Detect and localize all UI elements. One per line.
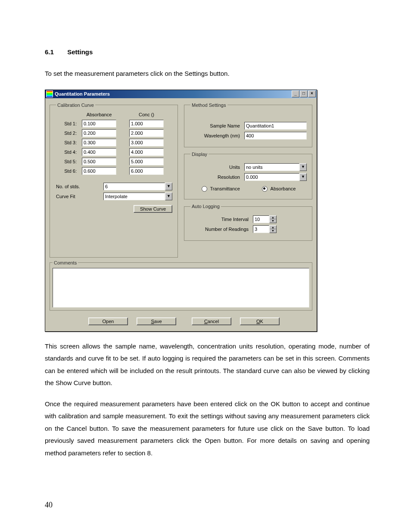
std-row-2: Std 2: 0.200 2.000 — [56, 129, 172, 137]
close-button[interactable]: × — [308, 90, 316, 97]
num-readings-label: Number of Readings — [190, 227, 253, 232]
system-menu-icon[interactable] — [46, 90, 53, 97]
std-row-1: Std 1: 0.100 1.000 — [56, 120, 172, 128]
resolution-label: Resolution — [190, 174, 244, 180]
std3-abs-input[interactable]: 0.300 — [82, 139, 116, 146]
display-group: Display Units no units ▼ Resolution 0.00… — [184, 152, 312, 200]
std3-conc-input[interactable]: 3.000 — [129, 139, 164, 146]
ok-button[interactable]: OK — [240, 317, 280, 325]
sample-name-label: Sample Name — [190, 123, 244, 128]
wavelength-label: Wavelength (nm) — [190, 133, 244, 138]
comments-legend: Comments — [53, 260, 78, 265]
page-number: 40 — [45, 501, 53, 510]
col-conc: Conc () — [129, 112, 164, 117]
curve-fit-label: Curve Fit — [56, 194, 103, 199]
std6-abs-input[interactable]: 0.600 — [82, 167, 116, 175]
std-row-5: Std 5: 0.500 5.000 — [56, 158, 172, 165]
std4-abs-input[interactable]: 0.400 — [82, 148, 116, 156]
save-button[interactable]: Save — [137, 317, 176, 325]
titlebar[interactable]: Quantitation Parameters _ □ × — [45, 90, 317, 98]
std2-label: Std 2: — [56, 131, 82, 136]
minimize-button[interactable]: _ — [292, 90, 299, 97]
std1-label: Std 1: — [56, 121, 82, 126]
units-combo[interactable]: no units — [244, 163, 299, 171]
method-legend: Method Settings — [190, 103, 227, 108]
chevron-up-icon[interactable]: ▲ — [270, 216, 276, 219]
std1-abs-input[interactable]: 0.100 — [82, 120, 116, 128]
sample-name-input[interactable]: Quantitation1 — [244, 122, 307, 130]
calibration-legend: Calibration Curve — [56, 103, 95, 108]
std5-conc-input[interactable]: 5.000 — [129, 158, 164, 165]
no-of-stds-label: No. of stds. — [56, 184, 103, 189]
quantitation-parameters-window: Quantitation Parameters _ □ × Calibratio… — [45, 90, 317, 332]
spinner-buttons[interactable]: ▲▼ — [269, 215, 277, 223]
cancel-button[interactable]: Cancel — [192, 317, 231, 325]
auto-logging-group: Auto Logging Time Interval 10 ▲▼ Number … — [184, 204, 312, 241]
chevron-down-icon[interactable]: ▼ — [270, 219, 276, 222]
display-legend: Display — [190, 152, 209, 157]
time-interval-label: Time Interval — [190, 217, 253, 222]
no-of-stds-combo[interactable]: 6 — [103, 183, 165, 190]
chevron-down-icon[interactable]: ▼ — [270, 229, 276, 232]
transmittance-radio[interactable]: Transmittance — [202, 186, 240, 192]
method-settings-group: Method Settings Sample Name Quantitation… — [184, 103, 312, 147]
calibration-curve-group: Calibration Curve Absorbance Conc () Std… — [50, 103, 178, 258]
std-row-6: Std 6: 0.600 6.000 — [56, 167, 172, 175]
num-readings-spinner[interactable]: 3 — [253, 225, 269, 233]
std2-abs-input[interactable]: 0.200 — [82, 129, 116, 137]
std2-conc-input[interactable]: 2.000 — [129, 129, 164, 137]
wavelength-input[interactable]: 400 — [244, 132, 307, 140]
spinner-buttons[interactable]: ▲▼ — [269, 225, 277, 233]
std6-label: Std 6: — [56, 168, 82, 174]
curve-fit-combo[interactable]: Interpolate — [103, 193, 165, 200]
paragraph-2: Once the required measurement parameters… — [45, 398, 370, 460]
chevron-down-icon[interactable]: ▼ — [299, 163, 307, 171]
intro-paragraph: To set the measurement parameters click … — [45, 68, 370, 80]
std-row-3: Std 3: 0.300 3.000 — [56, 139, 172, 146]
time-interval-spinner[interactable]: 10 — [253, 215, 269, 223]
section-heading: 6.1 Settings — [45, 48, 370, 56]
chevron-down-icon[interactable]: ▼ — [165, 193, 172, 200]
std1-conc-input[interactable]: 1.000 — [129, 120, 164, 128]
radio-icon — [202, 186, 207, 192]
autolog-legend: Auto Logging — [190, 204, 221, 209]
col-absorbance: Absorbance — [82, 112, 116, 117]
comments-group: Comments — [50, 260, 312, 311]
std5-abs-input[interactable]: 0.500 — [82, 158, 116, 165]
chevron-down-icon[interactable]: ▼ — [299, 173, 307, 181]
std5-label: Std 5: — [56, 159, 82, 164]
maximize-button[interactable]: □ — [300, 90, 308, 97]
comments-textarea[interactable] — [53, 268, 309, 308]
absorbance-radio[interactable]: Absorbance — [262, 186, 296, 192]
std4-label: Std 4: — [56, 149, 82, 155]
std6-conc-input[interactable]: 6.000 — [129, 167, 164, 175]
radio-icon — [262, 186, 268, 192]
open-button[interactable]: Open — [88, 317, 128, 325]
units-label: Units — [190, 165, 244, 170]
chevron-down-icon[interactable]: ▼ — [165, 183, 172, 190]
std-row-4: Std 4: 0.400 4.000 — [56, 148, 172, 156]
chevron-up-icon[interactable]: ▲ — [270, 226, 276, 229]
resolution-combo[interactable]: 0.000 — [244, 173, 299, 181]
std4-conc-input[interactable]: 4.000 — [129, 148, 164, 156]
paragraph-1: This screen allows the sample name, wave… — [45, 340, 370, 389]
window-title: Quantitation Parameters — [55, 91, 110, 96]
heading-number: 6.1 — [45, 48, 65, 56]
show-curve-button[interactable]: Show Curve — [134, 205, 172, 213]
heading-title: Settings — [67, 48, 93, 56]
std3-label: Std 3: — [56, 140, 82, 145]
